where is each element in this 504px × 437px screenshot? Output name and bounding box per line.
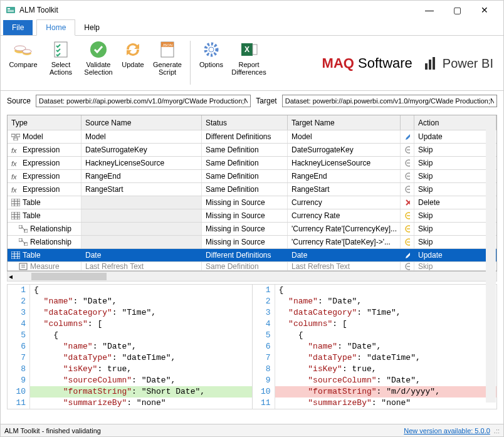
svg-rect-21: [11, 134, 15, 137]
compare-label: Compare: [9, 61, 37, 68]
app-icon: [6, 5, 16, 15]
grid-header: Type Source Name Status Target Name Acti…: [8, 115, 496, 130]
select-actions-label: Select Actions: [50, 61, 72, 76]
powerbi-logo[interactable]: Power BI: [424, 56, 493, 71]
gear-icon: [201, 39, 221, 60]
target-label: Target: [256, 97, 276, 105]
table-row[interactable]: ModelModelDifferent DefinitionsModelUpda…: [8, 130, 496, 144]
maximize-button[interactable]: ▢: [443, 1, 471, 19]
svg-rect-50: [24, 243, 28, 246]
col-type[interactable]: Type: [8, 115, 81, 130]
table-row[interactable]: fxExpressionDateSurrogateKeySame Definit…: [8, 144, 496, 157]
svg-rect-54: [11, 251, 20, 259]
ribbon-separator: [190, 41, 191, 85]
table-row[interactable]: TableMissing in SourceCurrency RateSkip⌄: [8, 209, 496, 223]
version-link[interactable]: New version available: 5.0.0: [404, 427, 490, 434]
svg-rect-59: [19, 263, 27, 270]
minimize-button[interactable]: —: [416, 1, 443, 19]
validate-selection-button[interactable]: Validate Selection: [80, 38, 117, 76]
svg-rect-20: [433, 57, 435, 70]
excel-icon: X: [239, 39, 259, 60]
table-row[interactable]: fxExpressionRangeStartSame DefinitionRan…: [8, 183, 496, 196]
code-pane-left[interactable]: 1234567891011 { "name": "Date", "dataCat…: [7, 284, 253, 409]
target-input[interactable]: [282, 95, 497, 107]
update-label: Update: [122, 61, 144, 68]
svg-text:JSON: JSON: [162, 43, 172, 47]
code-pane-right[interactable]: 1234567891011 { "name": "Date", "dataCat…: [253, 284, 498, 409]
titlebar: ALM Toolkit — ▢ ✕: [1, 1, 503, 19]
report-label: Report Differences: [231, 61, 266, 76]
svg-rect-17: [253, 45, 257, 55]
partner-logos: MAQ Software Power BI: [322, 38, 500, 88]
table-row[interactable]: TableDateDifferent DefinitionsDateUpdate…: [8, 249, 496, 262]
svg-line-46: [22, 227, 25, 231]
svg-point-7: [23, 50, 31, 53]
svg-rect-32: [11, 199, 20, 206]
window-title: ALM Toolkit: [19, 6, 416, 14]
table-row[interactable]: fxExpressionRangeEndSame DefinitionRange…: [8, 170, 496, 183]
close-button[interactable]: ✕: [471, 1, 498, 19]
options-button[interactable]: Options: [194, 38, 228, 68]
validate-label: Validate Selection: [84, 61, 112, 76]
menu-help[interactable]: Help: [75, 20, 108, 35]
options-label: Options: [199, 61, 223, 68]
table-row[interactable]: fxExpressionHackneyLicenseSourceSame Def…: [8, 157, 496, 170]
update-icon: [123, 39, 143, 60]
svg-rect-37: [11, 212, 20, 219]
ribbon: Compare Select Actions Validate Selectio…: [1, 36, 503, 91]
powerbi-icon: [424, 56, 439, 71]
vertical-scrollbar[interactable]: [486, 125, 496, 403]
svg-rect-3: [8, 11, 14, 12]
svg-rect-22: [16, 134, 20, 137]
script-icon: JSON: [157, 39, 177, 60]
statusbar: ALM Toolkit - finished validating New ve…: [1, 424, 503, 436]
source-input[interactable]: [36, 95, 251, 107]
compare-button[interactable]: Compare: [4, 38, 42, 68]
select-actions-button[interactable]: Select Actions: [42, 38, 80, 76]
svg-rect-1: [8, 8, 10, 9]
svg-rect-18: [425, 63, 428, 70]
maq-logo[interactable]: MAQ Software: [322, 55, 412, 71]
menu-file[interactable]: File: [3, 20, 33, 35]
col-icon: [401, 115, 414, 130]
source-target-bar: Source Target: [1, 91, 503, 111]
script-label: Generate Script: [153, 61, 182, 76]
svg-rect-44: [19, 225, 22, 228]
table-row[interactable]: TableMissing in SourceCurrencyDelete⌄: [8, 196, 496, 209]
col-target-name[interactable]: Target Name: [288, 115, 401, 130]
code-diff: 1234567891011 { "name": "Date", "dataCat…: [7, 284, 497, 409]
table-row[interactable]: RelationshipMissing in Source 'Currency …: [8, 236, 496, 249]
menubar: File Home Help: [1, 19, 503, 36]
svg-rect-19: [429, 60, 431, 70]
col-action[interactable]: Action: [414, 115, 496, 130]
svg-rect-49: [19, 238, 22, 241]
menu-home[interactable]: Home: [36, 19, 75, 36]
svg-rect-45: [24, 229, 28, 233]
table-row[interactable]: RelationshipMissing in Source 'Currency …: [8, 223, 496, 236]
table-row[interactable]: MeasureLast Refresh TextSame DefinitionL…: [8, 262, 496, 271]
generate-script-button[interactable]: JSON Generate Script: [149, 38, 186, 76]
validate-icon: [88, 39, 108, 60]
checklist-icon: [51, 39, 71, 60]
col-status[interactable]: Status: [202, 115, 288, 130]
status-text: ALM Toolkit - finished validating: [4, 427, 101, 434]
svg-text:X: X: [244, 45, 249, 54]
col-source-name[interactable]: Source Name: [81, 115, 202, 130]
compare-icon: [13, 39, 33, 60]
comparison-grid: Type Source Name Status Target Name Acti…: [7, 115, 497, 271]
svg-line-51: [22, 240, 25, 244]
svg-rect-2: [8, 10, 14, 11]
source-label: Source: [7, 97, 31, 105]
update-button[interactable]: Update: [117, 38, 149, 68]
svg-point-14: [209, 47, 214, 52]
grid-hscroll[interactable]: ◂: [7, 271, 497, 282]
report-differences-button[interactable]: X Report Differences: [228, 38, 270, 76]
svg-rect-23: [14, 138, 18, 140]
